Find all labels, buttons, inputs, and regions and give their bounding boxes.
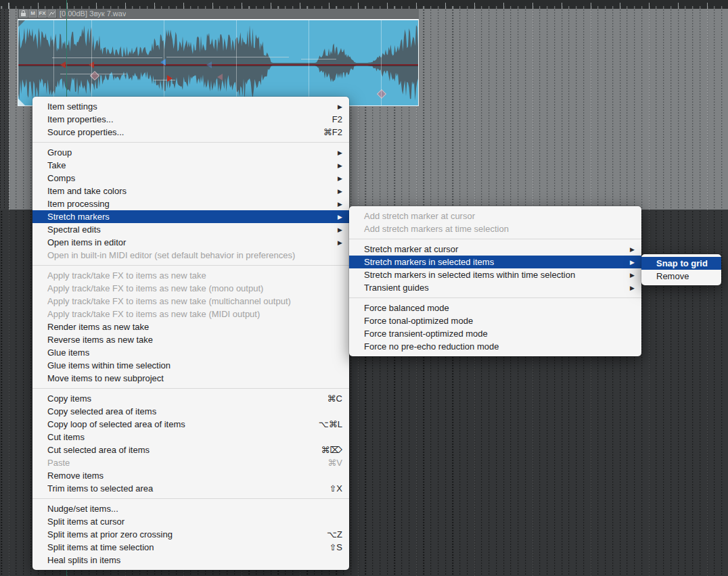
menu-item-add-stretch-markers-at-time-selection: Add stretch markers at time selection	[349, 222, 641, 235]
menu-item-label: Source properties...	[47, 127, 314, 137]
item-name-label: [0.00dB] Звук 7.wav	[60, 9, 126, 18]
menu-item-copy-loop-of-selected-area-of-items[interactable]: Copy loop of selected area of items⌥⌘L	[32, 418, 349, 431]
menu-item-label: Apply track/take FX to items as new take	[47, 270, 342, 281]
menu-item-label: Add stretch marker at cursor	[364, 211, 635, 221]
menu-item-label: Spectral edits	[47, 224, 331, 235]
menu-item-item-settings[interactable]: Item settings▶	[32, 100, 349, 113]
menu-item-shortcut: ⌘⌦	[321, 445, 342, 455]
menu-item-item-and-take-colors[interactable]: Item and take colors▶	[32, 185, 349, 197]
item-center-line	[18, 64, 418, 66]
submenu-arrow-icon: ▶	[338, 103, 342, 110]
menu-item-cut-items[interactable]: Cut items	[32, 431, 349, 443]
menu-item-stretch-markers[interactable]: Stretch markers▶	[32, 210, 349, 223]
menu-item-copy-items[interactable]: Copy items⌘C	[32, 392, 349, 405]
menu-item-label: Remove	[656, 271, 714, 281]
menu-item-comps[interactable]: Comps▶	[32, 172, 349, 185]
stretch-guide-line	[301, 59, 336, 59]
menu-item-force-balanced-mode[interactable]: Force balanced mode	[349, 302, 641, 314]
menu-item-force-transient-optimized-mode[interactable]: Force transient-optimized mode	[349, 327, 641, 340]
timeline-ruler[interactable]	[0, 0, 728, 9]
menu-item-item-processing[interactable]: Item processing▶	[32, 197, 349, 210]
menu-item-label: Comps	[47, 173, 331, 183]
submenu-arrow-icon: ▶	[630, 258, 635, 265]
submenu-arrow-icon: ▶	[338, 239, 342, 245]
menu-item-remove-items[interactable]: Remove items	[32, 469, 349, 482]
menu-item-snap-to-grid[interactable]: Snap to grid	[641, 257, 721, 270]
menu-item-remove[interactable]: Remove	[641, 270, 721, 283]
item-header-bar[interactable]: M FX [0.00dB] Звук 7.wav	[18, 9, 419, 19]
menu-item-source-properties[interactable]: Source properties...⌘F2	[32, 126, 349, 139]
menu-item-label: Stretch markers in selected items	[364, 257, 623, 267]
menu-item-glue-items[interactable]: Glue items	[32, 346, 349, 359]
menu-item-reverse-items-as-new-take[interactable]: Reverse items as new take	[32, 333, 349, 346]
menu-separator	[32, 388, 349, 389]
menu-item-cut-selected-area-of-items[interactable]: Cut selected area of items⌘⌦	[32, 443, 349, 456]
menu-item-label: Move items to new subproject	[47, 373, 342, 383]
menu-separator	[32, 498, 349, 499]
menu-item-label: Split items at time selection	[47, 542, 319, 552]
menu-item-label: Add stretch markers at time selection	[364, 224, 635, 234]
menu-item-label: Reverse items as new take	[47, 335, 342, 345]
menu-item-glue-items-within-time-selection[interactable]: Glue items within time selection	[32, 359, 349, 372]
item-waveform-area[interactable]	[18, 19, 419, 106]
fade-handle-bottom[interactable]	[18, 99, 25, 105]
menu-item-open-items-in-editor[interactable]: Open items in editor▶	[32, 236, 349, 249]
submenu-arrow-icon: ▶	[338, 187, 342, 194]
menu-item-nudge-set-items[interactable]: Nudge/set items...	[32, 502, 349, 515]
menu-item-take[interactable]: Take▶	[32, 159, 349, 172]
menu-item-spectral-edits[interactable]: Spectral edits▶	[32, 223, 349, 236]
menu-item-label: Apply track/take FX to items as new take…	[47, 296, 342, 306]
menu-item-shortcut: ⌘F2	[323, 127, 342, 137]
menu-item-group[interactable]: Group▶	[32, 146, 349, 159]
menu-item-stretch-marker-at-cursor[interactable]: Stretch marker at cursor▶	[349, 243, 641, 256]
menu-item-split-items-at-prior-zero-crossing[interactable]: Split items at prior zero crossing⌥Z	[32, 528, 349, 541]
menu-item-move-items-to-new-subproject[interactable]: Move items to new subproject	[32, 372, 349, 385]
menu-separator	[32, 265, 349, 266]
menu-item-stretch-markers-in-selected-items-within-time-se[interactable]: Stretch markers in selected items within…	[349, 268, 641, 281]
menu-separator	[349, 297, 641, 298]
menu-item-force-tonal-optimized-mode[interactable]: Force tonal-optimized mode	[349, 314, 641, 327]
menu-item-force-no-pre-echo-reduction-mode[interactable]: Force no pre-echo reduction mode	[349, 340, 641, 353]
menu-item-label: Stretch marker at cursor	[364, 244, 623, 254]
menu-item-render-items-as-new-take[interactable]: Render items as new take	[32, 320, 349, 333]
stretch-marker-icon[interactable]	[206, 62, 212, 68]
menu-item-item-properties[interactable]: Item properties...F2	[32, 113, 349, 126]
item-lock-button[interactable]	[19, 9, 28, 18]
menu-item-label: Apply track/take FX to items as new take…	[47, 283, 342, 293]
stretch-marker-icon[interactable]	[160, 59, 166, 66]
menu-item-split-items-at-time-selection[interactable]: Split items at time selection⇧S	[32, 541, 349, 554]
stretch-marker-icon[interactable]	[89, 62, 94, 68]
menu-item-label: Nudge/set items...	[47, 504, 342, 514]
menu-item-shortcut: ⌥Z	[327, 529, 342, 539]
stretch-marker-icon[interactable]	[167, 75, 173, 82]
menu-item-label: Split items at cursor	[47, 517, 342, 527]
audio-item[interactable]: M FX [0.00dB] Звук 7.wav	[18, 9, 419, 107]
menu-item-label: Force tonal-optimized mode	[364, 316, 635, 326]
menu-item-label: Remove items	[47, 471, 342, 481]
menu-item-copy-selected-area-of-items[interactable]: Copy selected area of items	[32, 405, 349, 418]
menu-item-heal-splits-in-items[interactable]: Heal splits in items	[32, 554, 349, 567]
item-mute-button[interactable]: M	[28, 9, 37, 18]
item-fx-button[interactable]: FX	[38, 9, 47, 18]
submenu-arrow-icon: ▶	[338, 162, 342, 168]
item-envelope-button[interactable]	[47, 9, 56, 18]
submenu-arrow-icon: ▶	[630, 271, 635, 278]
menu-item-label: Cut items	[47, 432, 342, 442]
menu-item-label: Render items as new take	[47, 322, 342, 332]
menu-item-transient-guides[interactable]: Transient guides▶	[349, 281, 641, 294]
menu-item-shortcut: ⇧X	[329, 483, 342, 494]
stretch-marker-icon[interactable]	[217, 74, 223, 80]
menu-item-label: Stretch markers	[47, 212, 331, 222]
submenu-arrow-icon: ▶	[338, 226, 342, 233]
menu-item-stretch-markers-in-selected-items[interactable]: Stretch markers in selected items▶	[349, 256, 641, 268]
stretch-marker-icon[interactable]	[60, 62, 66, 68]
fade-in-handle[interactable]	[18, 20, 25, 27]
menu-item-label: Force balanced mode	[364, 303, 635, 313]
menu-item-trim-items-to-selected-area[interactable]: Trim items to selected area⇧X	[32, 482, 349, 495]
menu-item-apply-track-take-fx-to-items-as-new-take-midi-ou: Apply track/take FX to items as new take…	[32, 308, 349, 320]
menu-item-add-stretch-marker-at-cursor: Add stretch marker at cursor	[349, 210, 641, 222]
menu-item-split-items-at-cursor[interactable]: Split items at cursor	[32, 515, 349, 528]
menu-item-paste: Paste⌘V	[32, 456, 349, 469]
submenu-arrow-icon: ▶	[338, 149, 342, 155]
menu-separator	[32, 142, 349, 143]
